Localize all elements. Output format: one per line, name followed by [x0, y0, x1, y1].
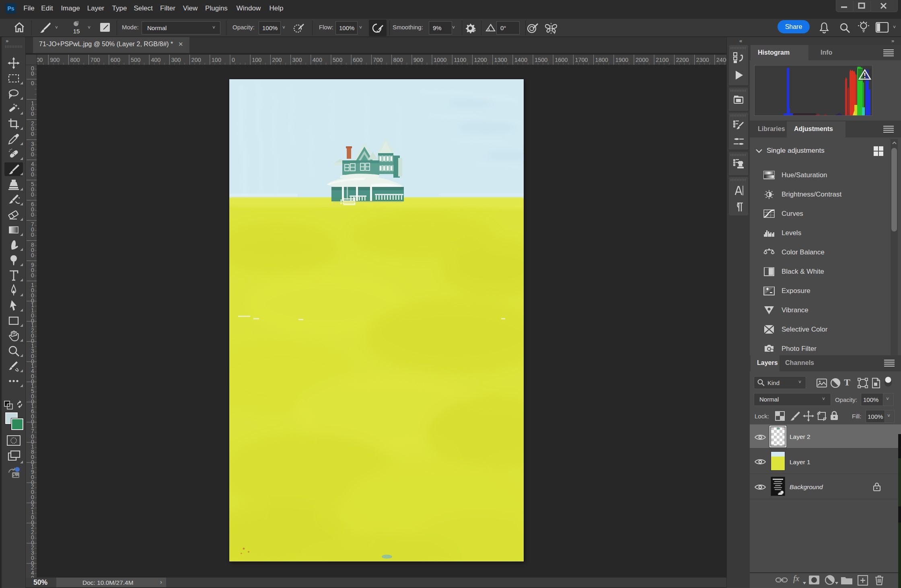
svg-text:600: 600 — [111, 57, 120, 63]
svg-text:100: 100 — [212, 57, 221, 63]
svg-text:1000: 1000 — [434, 57, 446, 63]
svg-text:400: 400 — [313, 57, 322, 63]
svg-text:0: 0 — [31, 111, 34, 117]
svg-text:1700: 1700 — [575, 57, 588, 63]
svg-text:2300: 2300 — [696, 57, 709, 63]
svg-text:2200: 2200 — [676, 57, 689, 63]
svg-text:500: 500 — [333, 57, 342, 63]
svg-text:1300: 1300 — [494, 57, 507, 63]
svg-text:1600: 1600 — [555, 57, 568, 63]
svg-text:0: 0 — [31, 272, 34, 279]
svg-text:0: 0 — [31, 575, 34, 578]
svg-text:400: 400 — [151, 57, 160, 63]
svg-text:1500: 1500 — [535, 57, 547, 63]
svg-text:900: 900 — [413, 57, 423, 63]
svg-text:700: 700 — [373, 57, 383, 63]
svg-text:0: 0 — [31, 171, 34, 178]
svg-text:500: 500 — [131, 57, 140, 63]
svg-text:0: 0 — [31, 232, 34, 238]
svg-text:600: 600 — [353, 57, 362, 63]
svg-text:800: 800 — [70, 57, 80, 63]
svg-text:0: 0 — [31, 80, 34, 86]
svg-text:2000: 2000 — [636, 57, 648, 63]
svg-text:0: 0 — [31, 211, 34, 218]
svg-text:1200: 1200 — [474, 57, 487, 63]
svg-text:1400: 1400 — [514, 57, 527, 63]
svg-text:2400: 2400 — [716, 57, 726, 63]
svg-text:0: 0 — [232, 57, 235, 63]
svg-text:1800: 1800 — [595, 57, 608, 63]
svg-text:1100: 1100 — [454, 57, 466, 63]
svg-text:0: 0 — [31, 252, 34, 258]
svg-text:300: 300 — [292, 57, 302, 63]
svg-text:0: 0 — [31, 131, 34, 137]
svg-text:0: 0 — [31, 191, 34, 198]
svg-text:2100: 2100 — [656, 57, 669, 63]
svg-text:100: 100 — [252, 57, 261, 63]
svg-text:700: 700 — [91, 57, 100, 63]
svg-text:0: 0 — [31, 151, 34, 158]
svg-text:200: 200 — [191, 57, 201, 63]
svg-text:200: 200 — [272, 57, 282, 63]
svg-text:900: 900 — [50, 57, 60, 63]
svg-text:300: 300 — [171, 57, 181, 63]
svg-text:0: 0 — [31, 70, 34, 77]
svg-text:800: 800 — [393, 57, 403, 63]
svg-text:1900: 1900 — [615, 57, 628, 63]
